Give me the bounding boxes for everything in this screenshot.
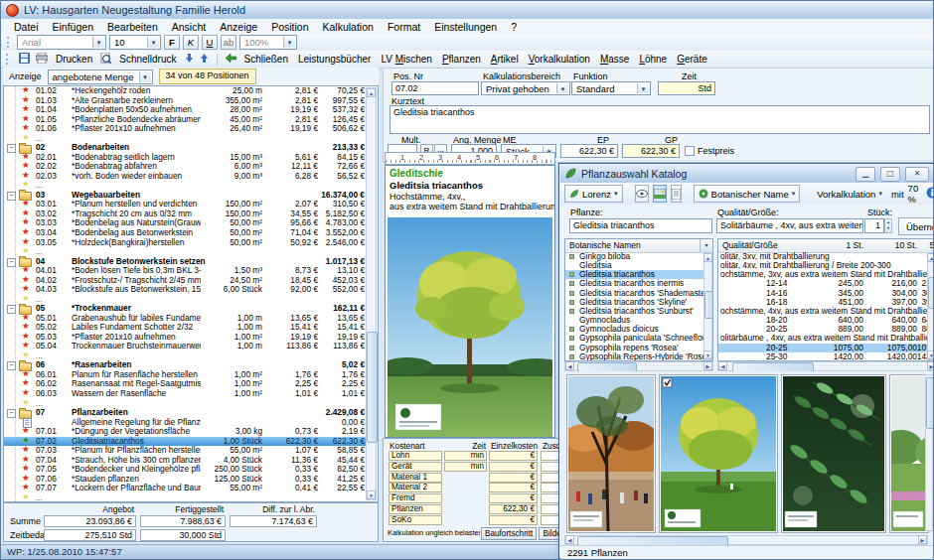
names-scroll-right[interactable]: ▶	[703, 361, 712, 370]
maximize-button[interactable]: ▢	[880, 167, 900, 182]
quality-scroll-up[interactable]: ▲	[927, 253, 934, 262]
close-lv-icon[interactable]	[226, 54, 236, 65]
position-row[interactable]: ★07.05*Bodendecker und Kleingehölze pfla…	[4, 465, 366, 475]
kalkulationsbereich-select[interactable]: Privat gehoben	[481, 81, 570, 95]
position-row[interactable]: ★04.03*Blockstufe aus Betonwerkstein, 15…	[4, 285, 366, 295]
botanical-name-item[interactable]: Gleditsia triacanthos 'Skyline'	[565, 298, 703, 307]
quality-price-row[interactable]: 25-301420,001420,001420,00	[718, 352, 927, 361]
names-header-arrow[interactable]: ▾	[700, 239, 712, 252]
menu-item-einfgen[interactable]: Einfügen	[46, 21, 100, 33]
position-row[interactable]: ★02.01*Bodenabtrag seitlich lagern15,00 …	[4, 153, 366, 163]
tree-scroll-down[interactable]: ▼	[367, 490, 376, 499]
placeholder-row[interactable]: ★...	[4, 493, 366, 502]
position-row[interactable]: ★02.03*vorh. Boden wieder einbauen9,00 m…	[4, 172, 366, 182]
quality-scroll-right[interactable]: ▶	[927, 361, 934, 370]
kostenart-label-pflanzen[interactable]: Pflanzen	[389, 504, 442, 514]
group-row[interactable]: −04Blockstufe Betonwerkstein setzen1.017…	[4, 257, 366, 267]
group-row[interactable]: −05*Trockenmauer162,11 €	[4, 304, 366, 314]
name-mode-select[interactable]: Botanischer Name▾	[694, 185, 801, 203]
position-row[interactable]: ★07.02Gleditsiatriacanthos1,00 Stück622,…	[4, 437, 366, 447]
position-row[interactable]: Allgemeine Regelung für die Pflanzenlief…	[4, 418, 366, 428]
botanical-name-item[interactable]: Gypsophila repens 'Rosea'	[565, 344, 703, 352]
pos-nr-field[interactable]: 07.02	[391, 81, 479, 95]
position-row[interactable]: ★07.07*Lockern der Pflanzfläche und Baum…	[4, 484, 366, 493]
kostenart-einzelkosten[interactable]: €	[489, 515, 538, 525]
kostenart-label-fremd[interactable]: Fremd	[389, 493, 442, 503]
toolbar-button-lhne[interactable]: Löhne	[637, 54, 669, 65]
placeholder-row[interactable]: ★...	[4, 295, 366, 305]
tree-vscrollbar[interactable]: ▲ ▼	[366, 87, 377, 500]
font-size-select[interactable]: 10	[109, 35, 161, 50]
menu-item-einstellungen[interactable]: Einstellungen	[427, 21, 504, 33]
info-icon[interactable]	[926, 187, 934, 201]
group-row[interactable]: −06*Rasenarbeiten5,02 €	[4, 360, 366, 370]
menu-item-anzeige[interactable]: Anzeige	[213, 21, 264, 33]
underline-button[interactable]: U	[202, 35, 218, 50]
position-row[interactable]: ★03.04*Bodenbelag aus Betonwerkstein50,0…	[4, 228, 366, 238]
kostenart-einzelkosten[interactable]: €	[489, 473, 538, 483]
botanical-name-item[interactable]: Ginkgo biloba	[565, 252, 703, 261]
group-row[interactable]: −07Pflanzarbeiten2.429,08 €	[4, 408, 366, 418]
botanical-name-item[interactable]: Gypsophila paniculata 'Schneeflocke'	[565, 334, 703, 343]
quality-scroll-left[interactable]: ◀	[718, 361, 727, 370]
gallery-vscrollbar[interactable]	[925, 374, 933, 531]
names-header-select[interactable]: Botanische Namen ▾	[565, 239, 712, 253]
arrow-up-icon[interactable]	[200, 54, 209, 66]
kostenart-einzelkosten[interactable]: €	[489, 483, 538, 492]
position-row[interactable]: ★01.05*Pflanzliche Bodendecke abräumen45…	[4, 115, 366, 125]
print-icon[interactable]	[36, 53, 48, 66]
position-row[interactable]: ★05.04Trockenmauer Bruchsteinmauerwerk1,…	[4, 342, 366, 351]
drucken-button[interactable]: Drucken	[54, 54, 94, 65]
arrow-down-icon[interactable]	[185, 54, 194, 66]
zoom-select[interactable]: 100%	[239, 35, 297, 50]
group-row[interactable]: −02Bodenarbeiten213,33 €	[4, 143, 366, 153]
toolbar-button-lvmischen[interactable]: LV Mischen	[379, 54, 434, 65]
position-row[interactable]: ★01.04*Bodenplatten 50x50 aufnehmen28,00…	[4, 105, 366, 115]
position-row[interactable]: ★07.06*Stauden pflanzen125,00 Stück0,33 …	[4, 475, 366, 485]
position-row[interactable]: ★07.04*Strauch, Höhe bis 300 cm pflanzen…	[4, 456, 366, 466]
botanical-name-item[interactable]: Gleditsia	[565, 261, 703, 270]
uebernehmen-button[interactable]: Übernehm	[898, 217, 934, 235]
botanical-name-item[interactable]: Gypsophila Repens-Hybride 'Rosenschlei	[565, 352, 703, 361]
gallery-scroll-right[interactable]: ▶	[918, 535, 927, 544]
menu-item-kalkulation[interactable]: Kalkulation	[316, 21, 381, 33]
group-row[interactable]: −03Wegebauarbeiten16.374,00 €	[4, 191, 366, 201]
bold-button[interactable]: F	[164, 35, 180, 50]
botanical-name-item[interactable]: Gleditsia triacanthos 'Shademaster'	[565, 289, 703, 298]
kostenart-label-lohn[interactable]: Lohn	[389, 451, 442, 461]
placeholder-row[interactable]: ★...	[4, 247, 366, 257]
position-row[interactable]: ★03.05*Holzdeck(Bangkirai)herstellen50,0…	[4, 238, 366, 248]
eye-icon[interactable]	[635, 185, 649, 203]
toolbar-button-gerte[interactable]: Geräte	[675, 54, 709, 65]
close-button[interactable]: ✕	[905, 167, 929, 182]
toolbar-button-pflanzen[interactable]: Pflanzen	[440, 54, 483, 65]
position-row[interactable]: ★02.02*Bodenabtrag abfahren6,00 m³12,11 …	[4, 162, 366, 172]
print-preview-icon[interactable]	[100, 53, 111, 66]
menu-item-ansicht[interactable]: Ansicht	[165, 21, 213, 33]
position-row[interactable]: ★03.03*Bodenbelag aus Naturstein(Grauwac…	[4, 218, 366, 228]
toolbar-button-vorkalkulation[interactable]: Vorkalkulation	[527, 54, 592, 65]
kostenart-button-baufortschritt[interactable]: Baufortschritt	[481, 527, 537, 540]
menu-item-bearbeiten[interactable]: Bearbeiten	[100, 21, 165, 33]
source-select[interactable]: Lorenz▾	[564, 185, 623, 203]
kostenart-zeit[interactable]: min	[444, 462, 487, 472]
menu-item-format[interactable]: Format	[381, 21, 427, 33]
positions-count-badge[interactable]: 34 von 48 Positionen	[159, 69, 256, 84]
font-family-select[interactable]: Arial	[17, 35, 106, 50]
position-row[interactable]: ★03.02*Tragschicht 20 cm aus 0/32 mm150,…	[4, 210, 366, 219]
calc-mode-select[interactable]: Vorkalkulation▾	[812, 185, 887, 203]
botanical-name-item[interactable]: Gleditsia triacanthos	[565, 270, 703, 279]
botanical-name-item[interactable]: Gymnocladus	[565, 316, 703, 325]
quality-vscrollbar[interactable]: ▲ ▼	[927, 252, 934, 360]
position-row[interactable]: ★03.01*Planum herstellen und verdichten1…	[4, 200, 366, 210]
tree-scroll-thumb[interactable]	[367, 332, 378, 443]
save-icon[interactable]	[19, 53, 30, 66]
position-row[interactable]: ★04.02*Frostschutz-/ Tragschicht 2/45 mm…	[4, 276, 366, 286]
text-view-icon[interactable]	[671, 185, 682, 203]
names-hscrollbar[interactable]: ◀ ▶	[564, 361, 713, 371]
menu-item-datei[interactable]: Datei	[7, 21, 46, 33]
anzeige-select[interactable]: angebotene Menge	[48, 70, 153, 84]
gallery-scroll-left[interactable]: ◀	[565, 535, 574, 544]
festpreis-checkbox[interactable]	[685, 146, 695, 156]
kostenart-label-material2[interactable]: Material 2	[389, 483, 442, 492]
